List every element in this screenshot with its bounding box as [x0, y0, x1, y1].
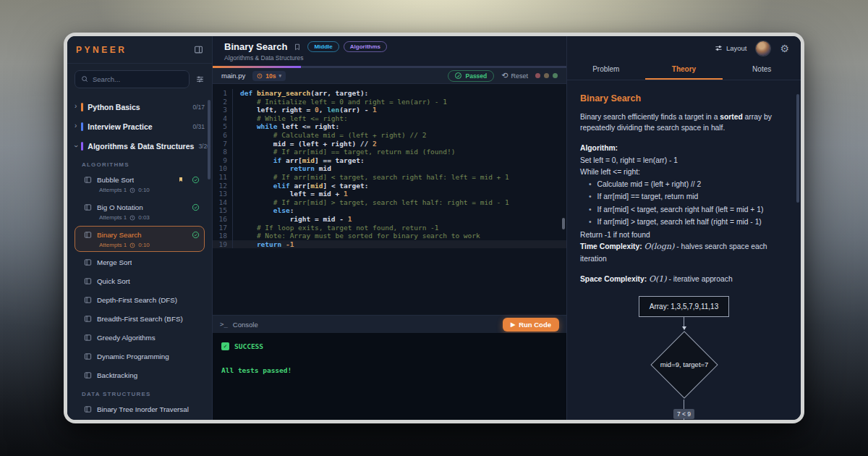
sidebar-scrollbar[interactable]	[208, 100, 210, 180]
line-number: 11	[213, 173, 232, 182]
code-line[interactable]: 13 left = mid + 1	[213, 190, 566, 198]
code-line[interactable]: 19 return -1	[213, 240, 566, 249]
big-o-time: O(logn)	[644, 242, 675, 251]
section-count: 0/31	[192, 123, 205, 130]
algorithm-label: Algorithm:	[580, 143, 788, 153]
code-text: # If loop exits, target not found, retur…	[232, 224, 566, 232]
code-line[interactable]: 11 # If arr[mid] < target, search right …	[213, 173, 566, 182]
time-complexity: Time Complexity: O(logn) - halves search…	[580, 241, 788, 264]
avatar[interactable]	[756, 41, 770, 56]
code-line[interactable]: 8 # If arr[mid] == target, return mid (f…	[213, 148, 566, 156]
file-tab[interactable]: main.py	[221, 72, 245, 80]
book-icon	[84, 203, 92, 211]
theory-heading: Binary Search	[580, 92, 788, 106]
lesson-item[interactable]: Binary Tree Inorder Traversal	[75, 400, 205, 418]
code-line[interactable]: 6 # Calculate mid = (left + right) // 2	[213, 131, 566, 140]
code-line[interactable]: 1def binary_search(arr, target):	[213, 89, 566, 98]
theory-content: Binary Search Binary search efficiently …	[567, 80, 801, 420]
big-o-space: O(1)	[649, 274, 667, 284]
book-icon	[84, 176, 92, 184]
app-window: PYNEER Search... ›Python Basics0/17›Inte…	[64, 33, 804, 423]
code-line[interactable]: 5 while left <= right:	[213, 122, 566, 131]
lesson-item[interactable]: Greedy Algorithms	[75, 329, 205, 346]
lesson-item[interactable]: Backtracking	[75, 366, 205, 384]
code-line[interactable]: 12 elif arr[mid] < target:	[213, 182, 566, 190]
status-label: Passed	[465, 72, 487, 80]
lesson-item[interactable]: Quick Sort	[75, 272, 205, 290]
layout-button[interactable]: Layout	[715, 44, 747, 52]
course-section[interactable]: ›Interview Practice0/31	[75, 117, 205, 136]
code-text: return -1	[232, 240, 566, 249]
code-line[interactable]: 17 # If loop exits, target not found, re…	[213, 224, 566, 232]
code-line[interactable]: 15 else:	[213, 206, 566, 215]
editor-scrollbar[interactable]	[562, 218, 565, 229]
code-line[interactable]: 18 # Note: Array must be sorted for bina…	[213, 232, 566, 240]
clock-icon	[129, 187, 135, 193]
status-badge: ✓ Passed	[448, 70, 494, 82]
filter-icon[interactable]	[195, 75, 205, 84]
code-text: right = mid - 1	[232, 215, 566, 224]
code-line[interactable]: 9 if arr[mid] == target:	[213, 156, 566, 165]
line-number: 19	[213, 240, 232, 249]
timer-badge[interactable]: 10s ▾	[252, 71, 286, 81]
code-line[interactable]: 2 # Initialize left = 0 and right = len(…	[213, 98, 566, 106]
flow-edge-label: 7 < 9	[673, 409, 694, 420]
tab-notes[interactable]: Notes	[723, 60, 801, 80]
flow-decision: mid=9, target=7	[650, 330, 719, 400]
panel-scrollbar[interactable]	[796, 94, 799, 203]
run-code-button[interactable]: ▶ Run Code	[503, 318, 559, 332]
panel-tabs: ProblemTheoryNotes	[567, 60, 801, 80]
section-accent	[81, 103, 83, 111]
search-input[interactable]: Search...	[75, 70, 190, 88]
editor-toolbar: main.py 10s ▾ ✓ Passed ⟲ Reset	[213, 68, 566, 84]
lesson-meta: Attempts 10:03	[84, 213, 200, 221]
lesson-item[interactable]: Big O NotationAttempts 10:03	[75, 198, 205, 224]
code-line[interactable]: 7 mid = (left + right) // 2	[213, 140, 566, 148]
code-line[interactable]: 14 # If arr[mid] > target, search left h…	[213, 198, 566, 207]
lesson-item[interactable]: Merge Sort	[75, 253, 205, 271]
gear-icon[interactable]: ⚙	[780, 43, 789, 54]
algorithm-bullet: •If arr[mid] > target, search left half …	[589, 216, 788, 227]
code-text: return mid	[232, 164, 566, 173]
bullet-dot: •	[589, 204, 592, 215]
collapse-sidebar-icon[interactable]	[194, 45, 203, 54]
code-line[interactable]: 3 left, right = 0, len(arr) - 1	[213, 106, 566, 114]
lesson-item[interactable]: Binary SearchAttempts 10:10	[75, 226, 205, 252]
time-label: 0:10	[138, 242, 150, 248]
lesson-item[interactable]: Bubble SortAttempts 10:10	[75, 171, 205, 197]
lesson-label: Merge Sort	[97, 258, 132, 266]
code-line[interactable]: 16 right = mid - 1	[213, 215, 566, 224]
terminal-prompt-icon: >_	[220, 321, 228, 328]
tab-theory[interactable]: Theory	[645, 60, 723, 80]
lesson-header: Binary Search MiddleAlgorithms Algorithm…	[213, 36, 566, 66]
code-line[interactable]: 10 return mid	[213, 164, 566, 173]
lesson-item[interactable]: Reverse Linked List	[75, 419, 205, 420]
section-accent	[81, 122, 83, 131]
bookmark-icon[interactable]	[294, 43, 301, 51]
code-text: # Calculate mid = (left + right) // 2	[232, 131, 566, 140]
check-circle-icon	[192, 231, 200, 239]
lesson-item-row: Binary Tree Inorder Traversal	[84, 403, 200, 415]
code-line[interactable]: 4 # While left <= right:	[213, 114, 566, 123]
sidebar-header: PYNEER	[67, 36, 212, 64]
lesson-label: Dynamic Programming	[97, 352, 169, 360]
page-title: Binary Search	[224, 41, 287, 52]
lesson-item[interactable]: Depth-First Search (DFS)	[75, 291, 205, 308]
course-section[interactable]: ›Python Basics0/17	[75, 97, 205, 117]
lesson-label: Breadth-First Search (BFS)	[97, 315, 183, 323]
bullet-text: If arr[mid] < target, search right half …	[597, 204, 764, 215]
code-editor[interactable]: 1def binary_search(arr, target):2 # Init…	[213, 84, 566, 315]
line-number: 9	[213, 156, 232, 165]
chevron-icon: ›	[72, 145, 80, 147]
reset-button[interactable]: ⟲ Reset	[501, 72, 528, 80]
space-complexity: Space Complexity: O(1) - iterative appro…	[580, 274, 788, 286]
lesson-item[interactable]: Breadth-First Search (BFS)	[75, 310, 205, 327]
tab-problem[interactable]: Problem	[567, 60, 645, 80]
lesson-item[interactable]: Dynamic Programming	[75, 347, 205, 365]
check-icon: ✓	[455, 72, 461, 79]
check-circle-icon	[192, 203, 200, 211]
line-number: 16	[213, 215, 232, 224]
line-number: 6	[213, 131, 232, 140]
course-section[interactable]: ›Algorithms & Data Structures3/20	[75, 136, 205, 156]
chevron-icon: ›	[75, 103, 77, 110]
